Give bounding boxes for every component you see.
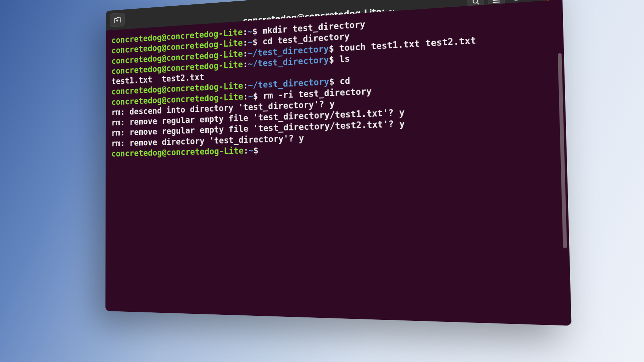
- command-text: cd: [339, 76, 350, 86]
- hamburger-icon: [492, 0, 501, 4]
- prompt-separator: :: [243, 81, 248, 91]
- maximize-icon: [531, 0, 536, 0]
- svg-line-6: [493, 2, 500, 2]
- prompt-separator: :: [243, 38, 248, 48]
- prompt-separator: :: [243, 92, 248, 102]
- prompt-dollar: $: [254, 145, 264, 155]
- prompt-path: ~: [249, 145, 254, 156]
- prompt-separator: :: [243, 27, 248, 37]
- new-tab-icon: [113, 16, 121, 24]
- search-icon: [472, 0, 480, 6]
- scrollbar[interactable]: [558, 53, 567, 248]
- svg-line-7: [515, 0, 518, 0]
- prompt-dollar: $: [329, 43, 339, 54]
- prompt-dollar: $: [253, 37, 263, 47]
- svg-line-5: [493, 0, 500, 0]
- prompt-separator: :: [243, 59, 248, 69]
- svg-line-3: [477, 2, 479, 4]
- prompt-dollar: $: [329, 76, 340, 87]
- prompt-path: ~: [248, 91, 253, 101]
- prompt-separator: :: [243, 49, 248, 59]
- prompt-dollar: $: [329, 54, 339, 65]
- terminal-window: concretedog@concretedog-Lite: ~: [105, 0, 571, 326]
- command-text: ls: [339, 54, 350, 64]
- prompt-path: ~: [248, 38, 253, 48]
- prompt-separator: :: [244, 145, 249, 156]
- terminal-body[interactable]: concretedog@concretedog-Lite:~$ mkdir te…: [105, 0, 571, 326]
- prompt-dollar: $: [253, 91, 263, 101]
- prompt-dollar: $: [253, 26, 263, 37]
- new-tab-button[interactable]: [110, 13, 124, 27]
- minimize-icon: [514, 0, 519, 1]
- prompt-path: ~: [248, 27, 253, 37]
